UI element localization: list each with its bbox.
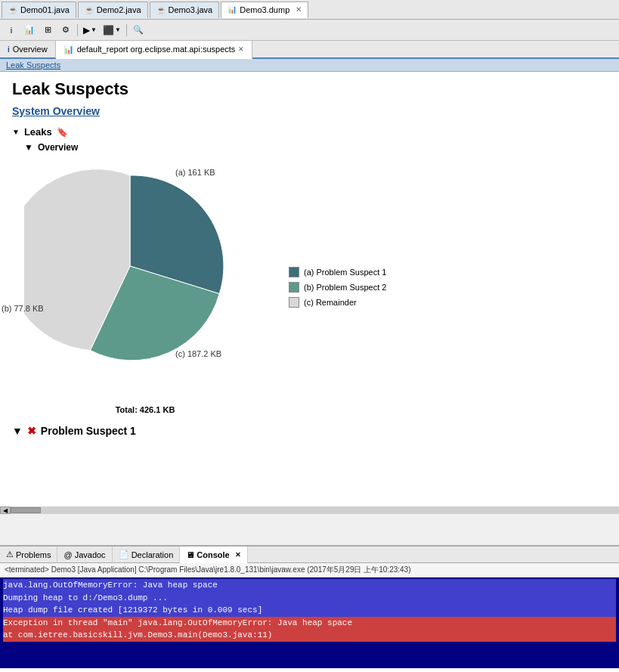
problem-suspect-1[interactable]: ▼ ✖ Problem Suspect 1: [12, 422, 607, 440]
legend-item-c: (c) Remainder: [289, 297, 386, 308]
problems-label: Problems: [16, 550, 51, 559]
separator-2: [126, 24, 127, 36]
overview-section: ▼ Overview: [24, 142, 607, 414]
legend-label-a: (a) Problem Suspect 1: [304, 268, 386, 277]
chart-total: Total: 426.1 KB: [116, 405, 175, 414]
breadcrumb-link[interactable]: Leak Suspects: [6, 60, 60, 70]
chart-container: (a) 161 KB (b) 77.8 KB (c) 187.2 KB Tota…: [24, 160, 607, 414]
run-dropdown[interactable]: ▶ ▼: [81, 23, 99, 37]
main-content: Leak Suspects System Overview ▼ Leaks 🔖 …: [0, 72, 619, 506]
chart-legend: (a) Problem Suspect 1 (b) Problem Suspec…: [289, 267, 386, 308]
bottom-panel: ⚠ Problems @ Javadoc 📄 Declaration 🖥 Con…: [0, 545, 619, 672]
declaration-label: Declaration: [132, 550, 174, 559]
java-icon: ☕: [8, 6, 17, 14]
search-button[interactable]: 🔍: [130, 23, 147, 38]
tab-overview-label: Overview: [13, 45, 48, 54]
console-line-2: Dumping heap to d:/Demo3.dump ...: [3, 592, 616, 605]
tab-label: Demo01.java: [20, 5, 70, 14]
tab-overview[interactable]: i Overview: [0, 40, 56, 58]
page-title: Leak Suspects: [12, 79, 607, 99]
info-button[interactable]: i: [3, 23, 20, 38]
legend-item-a: (a) Problem Suspect 1: [289, 267, 386, 277]
chevron-down-icon-overview: ▼: [24, 142, 33, 153]
gear-button[interactable]: ⚙: [57, 23, 74, 38]
console-content: java.lang.OutOfMemoryError: Java heap sp…: [0, 578, 619, 668]
pie-chart: (a) 161 KB (b) 77.8 KB (c) 187.2 KB: [24, 160, 266, 402]
tab-problems[interactable]: ⚠ Problems: [0, 547, 57, 563]
console-header: <terminated> Demo3 [Java Application] C:…: [0, 563, 619, 578]
console-line-5: at com.ietree.basicskill.jvm.Demo3.main(…: [3, 629, 616, 642]
tab-suspects-label: default_report org.eclipse.mat.api:suspe…: [77, 45, 236, 54]
tab-declaration[interactable]: 📄 Declaration: [113, 547, 181, 563]
label-c: (c) 187.2 KB: [175, 349, 221, 358]
toolbar: i 📊 ⊞ ⚙ ▶ ▼ ⬛ ▼ 🔍: [0, 20, 619, 41]
problem-suspect-1-label: Problem Suspect 1: [41, 425, 136, 437]
tab-demo01[interactable]: ☕ Demo01.java: [2, 2, 76, 18]
stop-dropdown[interactable]: ⬛ ▼: [101, 23, 123, 37]
overview-label: Overview: [38, 142, 78, 153]
tab-bar: ☕ Demo01.java ☕ Demo2.java ☕ Demo3.java …: [0, 0, 619, 20]
console-line-4: Exception in thread "main" java.lang.Out…: [3, 617, 616, 630]
separator-1: [77, 24, 78, 36]
tab-console[interactable]: 🖥 Console ✕: [180, 547, 247, 563]
leaks-info-icon: 🔖: [57, 127, 68, 138]
legend-label-b: (b) Problem Suspect 2: [304, 283, 386, 292]
tab-label-4: Demo3.dump: [240, 5, 289, 14]
run-icon: ▶: [83, 25, 90, 36]
bottom-tab-bar: ⚠ Problems @ Javadoc 📄 Declaration 🖥 Con…: [0, 547, 619, 563]
legend-color-b: [289, 282, 299, 293]
tab-javadoc[interactable]: @ Javadoc: [57, 547, 112, 563]
declaration-icon: 📄: [119, 550, 129, 559]
console-label: Console: [197, 550, 229, 559]
tab-label-3: Demo3.java: [169, 5, 213, 14]
overview-icon: i: [8, 45, 10, 54]
dump-icon: 📊: [227, 5, 237, 14]
pie-svg: [24, 160, 236, 372]
overview-header[interactable]: ▼ Overview: [24, 142, 607, 153]
tab-label-2: Demo2.java: [97, 5, 141, 14]
chevron-down-icon-leaks: ▼: [12, 128, 20, 136]
grid-button[interactable]: ⊞: [39, 23, 56, 38]
legend-label-c: (c) Remainder: [304, 298, 357, 307]
error-icon: ✖: [27, 425, 36, 437]
breadcrumb: Leak Suspects: [0, 59, 619, 72]
label-b: (b) 77.8 KB: [2, 304, 44, 313]
legend-color-a: [289, 267, 299, 277]
chevron-down-icon-ps1: ▼: [12, 425, 23, 437]
scroll-left-button[interactable]: ◀: [0, 506, 11, 514]
tab-demo2[interactable]: ☕ Demo2.java: [78, 2, 148, 18]
chart-button[interactable]: 📊: [21, 23, 38, 38]
close-icon[interactable]: ✕: [296, 5, 302, 14]
system-overview-link[interactable]: System Overview: [12, 105, 100, 117]
suspects-icon: 📊: [63, 45, 74, 54]
legend-item-b: (b) Problem Suspect 2: [289, 282, 386, 293]
legend-color-c: [289, 297, 299, 308]
leaks-label: Leaks: [24, 126, 52, 138]
tab-demo3-dump[interactable]: 📊 Demo3.dump ✕: [221, 2, 308, 18]
label-a: (a) 161 KB: [175, 168, 215, 177]
console-icon: 🖥: [186, 550, 194, 559]
leaks-section-header[interactable]: ▼ Leaks 🔖: [12, 126, 607, 138]
java-icon-3: ☕: [156, 6, 166, 14]
tab-suspects[interactable]: 📊 default_report org.eclipse.mat.api:sus…: [56, 41, 253, 59]
javadoc-icon: @: [63, 550, 72, 559]
chevron-down-icon: ▼: [91, 26, 97, 33]
java-icon-2: ☕: [85, 6, 94, 14]
chevron-down-icon-2: ▼: [115, 26, 121, 33]
view-tab-bar: i Overview 📊 default_report org.eclipse.…: [0, 41, 619, 59]
console-close-icon[interactable]: ✕: [235, 551, 241, 559]
horizontal-scrollbar[interactable]: ◀: [0, 506, 619, 514]
tab-demo3[interactable]: ☕ Demo3.java: [150, 2, 220, 18]
console-line-3: Heap dump file created [1219372 bytes in…: [3, 604, 616, 617]
scroll-thumb[interactable]: [11, 507, 41, 513]
stop-icon: ⬛: [103, 25, 114, 36]
javadoc-label: Javadoc: [75, 550, 106, 559]
console-line-1: java.lang.OutOfMemoryError: Java heap sp…: [3, 579, 616, 592]
suspects-close-icon[interactable]: ✕: [238, 45, 244, 53]
problems-icon: ⚠: [6, 550, 14, 559]
